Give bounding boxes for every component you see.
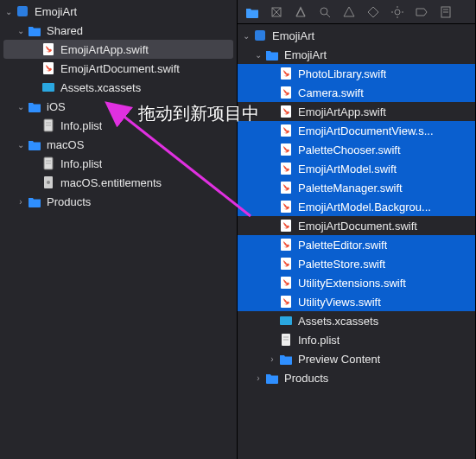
folder-nav-icon[interactable] xyxy=(244,4,260,20)
navigator-toolbar xyxy=(238,0,475,24)
swift-file-icon xyxy=(41,42,55,56)
folder-products[interactable]: › Products xyxy=(0,192,237,211)
chevron-right-icon[interactable]: › xyxy=(16,197,26,207)
swift-file-icon xyxy=(279,219,293,233)
test-icon[interactable] xyxy=(365,4,381,20)
file-label: macOS.entitlements xyxy=(60,176,162,189)
file-entitlements[interactable]: macOS.entitlements xyxy=(0,173,237,192)
issue-icon[interactable] xyxy=(341,4,357,20)
file-infoplist-macos[interactable]: Info.plist xyxy=(0,154,237,173)
file-emojiartapp[interactable]: EmojiArtApp.swift xyxy=(3,40,233,59)
chevron-right-icon[interactable]: › xyxy=(267,354,277,364)
file-label: EmojiArtApp.swift xyxy=(60,43,149,56)
file-row[interactable]: Assets.xcassets xyxy=(238,311,475,330)
file-row[interactable]: EmojiArtDocument.swift xyxy=(238,216,475,235)
file-assets[interactable]: Assets.xcassets xyxy=(0,78,237,97)
chevron-down-icon[interactable]: ⌄ xyxy=(16,26,26,35)
file-infoplist-ios[interactable]: Info.plist xyxy=(0,116,237,135)
svg-rect-22 xyxy=(255,30,265,41)
folder-label: Shared xyxy=(47,24,83,37)
folder-label: iOS xyxy=(47,100,66,113)
file-row[interactable]: UtilityExtensions.swift xyxy=(238,273,475,292)
file-row[interactable]: EmojiArtApp.swift xyxy=(238,102,475,121)
folder-label: Products xyxy=(284,372,328,385)
swift-file-icon xyxy=(279,105,293,118)
file-row[interactable]: EmojiArtModel.Backgrou... xyxy=(238,197,475,216)
source-control-icon[interactable] xyxy=(269,4,284,20)
file-label: EmojiArtDocument.swift xyxy=(298,220,417,233)
folder-products[interactable]: › Products xyxy=(238,368,475,387)
file-row[interactable]: Camera.swift xyxy=(238,83,475,102)
plist-file-icon xyxy=(279,333,293,347)
svg-point-16 xyxy=(321,8,327,15)
file-label: Info.plist xyxy=(60,119,102,132)
swift-file-icon xyxy=(279,295,293,309)
file-row[interactable]: PaletteChooser.swift xyxy=(238,140,475,159)
file-label: Camera.swift xyxy=(298,86,364,99)
file-label: Assets.xcassets xyxy=(60,81,141,94)
chevron-down-icon[interactable]: ⌄ xyxy=(16,102,26,112)
swift-file-icon xyxy=(279,257,293,271)
chevron-down-icon[interactable]: ⌄ xyxy=(253,50,263,60)
project-root[interactable]: ⌄ EmojiArt xyxy=(0,2,237,21)
file-label: EmojiArtModel.Backgrou... xyxy=(298,201,431,214)
folder-macos[interactable]: ⌄ macOS xyxy=(0,135,237,154)
file-label: Info.plist xyxy=(60,157,102,170)
file-tree-left: ⌄ EmojiArt ⌄ Shared EmojiArtApp.s xyxy=(0,0,237,211)
file-row[interactable]: PhotoLibrary.swift xyxy=(238,64,475,83)
file-label: EmojiArtDocument.swift xyxy=(60,62,180,75)
file-label: UtilityExtensions.swift xyxy=(298,277,406,290)
report-icon[interactable] xyxy=(438,4,454,20)
debug-icon[interactable] xyxy=(390,4,405,20)
file-label: PhotoLibrary.swift xyxy=(298,67,386,80)
folder-icon xyxy=(279,352,293,366)
entitlements-file-icon xyxy=(41,175,55,189)
folder-icon xyxy=(265,48,279,61)
swift-file-icon xyxy=(279,238,293,252)
svg-rect-3 xyxy=(42,83,54,92)
symbol-nav-icon[interactable] xyxy=(293,4,308,20)
folder-label: EmojiArt xyxy=(284,48,327,61)
file-row[interactable]: EmojiArtDocumentView.s... xyxy=(238,121,475,140)
folder-icon xyxy=(28,194,41,208)
project-root[interactable]: ⌄ EmojiArt xyxy=(238,26,475,45)
file-label: EmojiArtDocumentView.s... xyxy=(298,124,434,137)
chevron-down-icon[interactable]: ⌄ xyxy=(3,7,14,16)
folder-icon xyxy=(265,371,279,385)
chevron-down-icon[interactable]: ⌄ xyxy=(241,31,251,41)
file-emojiartdocument[interactable]: EmojiArtDocument.swift xyxy=(0,59,237,78)
folder-label: Products xyxy=(47,195,91,208)
swift-file-icon xyxy=(279,124,293,137)
file-label: UtilityViews.swift xyxy=(298,296,381,309)
file-label: PaletteManager.swift xyxy=(298,182,403,194)
file-label: PaletteEditor.swift xyxy=(298,239,387,252)
swift-file-icon xyxy=(279,67,293,80)
swift-file-icon xyxy=(279,200,293,214)
chevron-right-icon[interactable]: › xyxy=(253,373,263,383)
file-label: Assets.xcassets xyxy=(298,315,378,328)
chevron-down-icon[interactable]: ⌄ xyxy=(16,140,26,150)
file-row[interactable]: PaletteManager.swift xyxy=(238,178,475,197)
file-row[interactable]: UtilityViews.swift xyxy=(238,292,475,311)
file-row[interactable]: PaletteEditor.swift xyxy=(238,235,475,254)
file-row[interactable]: Info.plist xyxy=(238,330,475,349)
file-row[interactable]: EmojiArtModel.swift xyxy=(238,159,475,178)
swift-file-icon xyxy=(279,162,293,175)
find-icon[interactable] xyxy=(317,4,333,20)
file-row[interactable]: PaletteStore.swift xyxy=(238,254,475,273)
svg-rect-0 xyxy=(17,6,28,16)
folder-ios[interactable]: ⌄ iOS xyxy=(0,97,237,116)
file-label: EmojiArtModel.swift xyxy=(298,163,397,175)
swift-file-icon xyxy=(279,143,293,156)
swift-file-icon xyxy=(279,86,293,99)
right-project-navigator: ⌄ EmojiArt ⌄ EmojiArt PhotoLibrary.swift… xyxy=(238,0,476,459)
plist-file-icon xyxy=(41,118,55,132)
folder-preview-content[interactable]: › Preview Content xyxy=(238,349,475,368)
folder-shared[interactable]: ⌄ Shared xyxy=(0,21,237,40)
file-label: EmojiArtApp.swift xyxy=(298,105,386,118)
breakpoint-icon[interactable] xyxy=(414,4,429,20)
folder-emojiart[interactable]: ⌄ EmojiArt xyxy=(238,45,475,64)
assets-file-icon xyxy=(279,314,293,328)
swift-file-icon xyxy=(279,181,293,194)
swift-file-icon xyxy=(279,276,293,290)
